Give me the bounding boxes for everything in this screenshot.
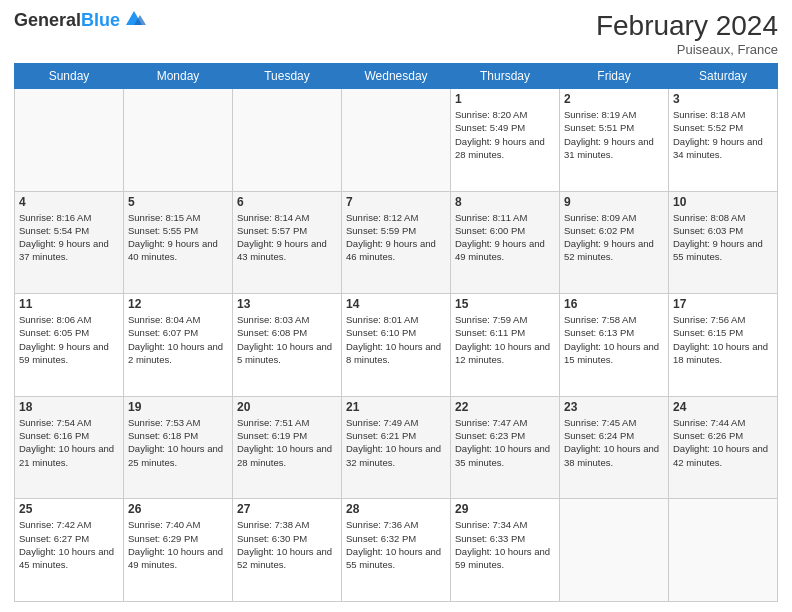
day-number: 13 bbox=[237, 297, 337, 311]
calendar-cell bbox=[669, 499, 778, 602]
day-number: 9 bbox=[564, 195, 664, 209]
day-number: 26 bbox=[128, 502, 228, 516]
calendar-cell: 8Sunrise: 8:11 AM Sunset: 6:00 PM Daylig… bbox=[451, 191, 560, 294]
calendar-cell: 24Sunrise: 7:44 AM Sunset: 6:26 PM Dayli… bbox=[669, 396, 778, 499]
header: GeneralBlue February 2024 Puiseaux, Fran… bbox=[14, 10, 778, 57]
day-info: Sunrise: 8:15 AM Sunset: 5:55 PM Dayligh… bbox=[128, 211, 228, 264]
day-info: Sunrise: 8:04 AM Sunset: 6:07 PM Dayligh… bbox=[128, 313, 228, 366]
calendar-cell bbox=[15, 89, 124, 192]
day-number: 14 bbox=[346, 297, 446, 311]
title-area: February 2024 Puiseaux, France bbox=[596, 10, 778, 57]
weekday-header-sunday: Sunday bbox=[15, 64, 124, 89]
day-info: Sunrise: 7:36 AM Sunset: 6:32 PM Dayligh… bbox=[346, 518, 446, 571]
calendar-cell: 12Sunrise: 8:04 AM Sunset: 6:07 PM Dayli… bbox=[124, 294, 233, 397]
calendar-table: SundayMondayTuesdayWednesdayThursdayFrid… bbox=[14, 63, 778, 602]
day-number: 15 bbox=[455, 297, 555, 311]
calendar-cell: 1Sunrise: 8:20 AM Sunset: 5:49 PM Daylig… bbox=[451, 89, 560, 192]
calendar-cell bbox=[560, 499, 669, 602]
calendar-cell: 16Sunrise: 7:58 AM Sunset: 6:13 PM Dayli… bbox=[560, 294, 669, 397]
day-info: Sunrise: 7:49 AM Sunset: 6:21 PM Dayligh… bbox=[346, 416, 446, 469]
day-number: 29 bbox=[455, 502, 555, 516]
logo-icon bbox=[122, 7, 146, 31]
calendar-cell: 27Sunrise: 7:38 AM Sunset: 6:30 PM Dayli… bbox=[233, 499, 342, 602]
day-number: 11 bbox=[19, 297, 119, 311]
calendar-cell: 14Sunrise: 8:01 AM Sunset: 6:10 PM Dayli… bbox=[342, 294, 451, 397]
day-number: 20 bbox=[237, 400, 337, 414]
calendar-cell bbox=[233, 89, 342, 192]
day-info: Sunrise: 7:42 AM Sunset: 6:27 PM Dayligh… bbox=[19, 518, 119, 571]
day-number: 18 bbox=[19, 400, 119, 414]
calendar-cell: 22Sunrise: 7:47 AM Sunset: 6:23 PM Dayli… bbox=[451, 396, 560, 499]
logo: GeneralBlue bbox=[14, 10, 146, 31]
calendar-cell: 6Sunrise: 8:14 AM Sunset: 5:57 PM Daylig… bbox=[233, 191, 342, 294]
day-info: Sunrise: 8:20 AM Sunset: 5:49 PM Dayligh… bbox=[455, 108, 555, 161]
day-info: Sunrise: 7:56 AM Sunset: 6:15 PM Dayligh… bbox=[673, 313, 773, 366]
calendar-cell: 18Sunrise: 7:54 AM Sunset: 6:16 PM Dayli… bbox=[15, 396, 124, 499]
calendar-cell: 5Sunrise: 8:15 AM Sunset: 5:55 PM Daylig… bbox=[124, 191, 233, 294]
day-info: Sunrise: 7:59 AM Sunset: 6:11 PM Dayligh… bbox=[455, 313, 555, 366]
calendar-cell: 29Sunrise: 7:34 AM Sunset: 6:33 PM Dayli… bbox=[451, 499, 560, 602]
day-number: 7 bbox=[346, 195, 446, 209]
calendar-cell: 15Sunrise: 7:59 AM Sunset: 6:11 PM Dayli… bbox=[451, 294, 560, 397]
day-number: 3 bbox=[673, 92, 773, 106]
calendar-cell: 21Sunrise: 7:49 AM Sunset: 6:21 PM Dayli… bbox=[342, 396, 451, 499]
calendar-cell: 11Sunrise: 8:06 AM Sunset: 6:05 PM Dayli… bbox=[15, 294, 124, 397]
calendar-cell: 20Sunrise: 7:51 AM Sunset: 6:19 PM Dayli… bbox=[233, 396, 342, 499]
calendar-cell: 4Sunrise: 8:16 AM Sunset: 5:54 PM Daylig… bbox=[15, 191, 124, 294]
day-info: Sunrise: 8:09 AM Sunset: 6:02 PM Dayligh… bbox=[564, 211, 664, 264]
day-number: 27 bbox=[237, 502, 337, 516]
logo-blue: Blue bbox=[81, 10, 120, 30]
day-info: Sunrise: 7:38 AM Sunset: 6:30 PM Dayligh… bbox=[237, 518, 337, 571]
day-info: Sunrise: 7:40 AM Sunset: 6:29 PM Dayligh… bbox=[128, 518, 228, 571]
calendar-cell: 17Sunrise: 7:56 AM Sunset: 6:15 PM Dayli… bbox=[669, 294, 778, 397]
calendar-cell: 23Sunrise: 7:45 AM Sunset: 6:24 PM Dayli… bbox=[560, 396, 669, 499]
page: GeneralBlue February 2024 Puiseaux, Fran… bbox=[0, 0, 792, 612]
day-info: Sunrise: 8:11 AM Sunset: 6:00 PM Dayligh… bbox=[455, 211, 555, 264]
weekday-header-friday: Friday bbox=[560, 64, 669, 89]
month-title: February 2024 bbox=[596, 10, 778, 42]
day-number: 16 bbox=[564, 297, 664, 311]
day-number: 4 bbox=[19, 195, 119, 209]
weekday-header-thursday: Thursday bbox=[451, 64, 560, 89]
day-info: Sunrise: 8:18 AM Sunset: 5:52 PM Dayligh… bbox=[673, 108, 773, 161]
day-number: 28 bbox=[346, 502, 446, 516]
calendar-cell: 10Sunrise: 8:08 AM Sunset: 6:03 PM Dayli… bbox=[669, 191, 778, 294]
day-number: 12 bbox=[128, 297, 228, 311]
calendar-cell: 26Sunrise: 7:40 AM Sunset: 6:29 PM Dayli… bbox=[124, 499, 233, 602]
day-info: Sunrise: 8:19 AM Sunset: 5:51 PM Dayligh… bbox=[564, 108, 664, 161]
day-number: 6 bbox=[237, 195, 337, 209]
weekday-header-tuesday: Tuesday bbox=[233, 64, 342, 89]
day-number: 17 bbox=[673, 297, 773, 311]
calendar-cell: 13Sunrise: 8:03 AM Sunset: 6:08 PM Dayli… bbox=[233, 294, 342, 397]
day-info: Sunrise: 7:58 AM Sunset: 6:13 PM Dayligh… bbox=[564, 313, 664, 366]
day-info: Sunrise: 8:06 AM Sunset: 6:05 PM Dayligh… bbox=[19, 313, 119, 366]
day-info: Sunrise: 7:45 AM Sunset: 6:24 PM Dayligh… bbox=[564, 416, 664, 469]
location: Puiseaux, France bbox=[596, 42, 778, 57]
day-info: Sunrise: 8:01 AM Sunset: 6:10 PM Dayligh… bbox=[346, 313, 446, 366]
day-number: 19 bbox=[128, 400, 228, 414]
calendar-cell: 28Sunrise: 7:36 AM Sunset: 6:32 PM Dayli… bbox=[342, 499, 451, 602]
day-info: Sunrise: 8:14 AM Sunset: 5:57 PM Dayligh… bbox=[237, 211, 337, 264]
day-info: Sunrise: 7:54 AM Sunset: 6:16 PM Dayligh… bbox=[19, 416, 119, 469]
weekday-header-wednesday: Wednesday bbox=[342, 64, 451, 89]
day-number: 10 bbox=[673, 195, 773, 209]
day-number: 5 bbox=[128, 195, 228, 209]
day-info: Sunrise: 7:34 AM Sunset: 6:33 PM Dayligh… bbox=[455, 518, 555, 571]
day-info: Sunrise: 7:53 AM Sunset: 6:18 PM Dayligh… bbox=[128, 416, 228, 469]
day-info: Sunrise: 7:47 AM Sunset: 6:23 PM Dayligh… bbox=[455, 416, 555, 469]
calendar-cell: 19Sunrise: 7:53 AM Sunset: 6:18 PM Dayli… bbox=[124, 396, 233, 499]
calendar-cell: 3Sunrise: 8:18 AM Sunset: 5:52 PM Daylig… bbox=[669, 89, 778, 192]
logo-text: GeneralBlue bbox=[14, 10, 120, 31]
weekday-header-monday: Monday bbox=[124, 64, 233, 89]
day-number: 24 bbox=[673, 400, 773, 414]
day-info: Sunrise: 7:51 AM Sunset: 6:19 PM Dayligh… bbox=[237, 416, 337, 469]
day-number: 8 bbox=[455, 195, 555, 209]
day-number: 25 bbox=[19, 502, 119, 516]
logo-general: General bbox=[14, 10, 81, 30]
day-info: Sunrise: 7:44 AM Sunset: 6:26 PM Dayligh… bbox=[673, 416, 773, 469]
day-info: Sunrise: 8:03 AM Sunset: 6:08 PM Dayligh… bbox=[237, 313, 337, 366]
day-number: 1 bbox=[455, 92, 555, 106]
day-number: 22 bbox=[455, 400, 555, 414]
day-number: 2 bbox=[564, 92, 664, 106]
day-info: Sunrise: 8:08 AM Sunset: 6:03 PM Dayligh… bbox=[673, 211, 773, 264]
